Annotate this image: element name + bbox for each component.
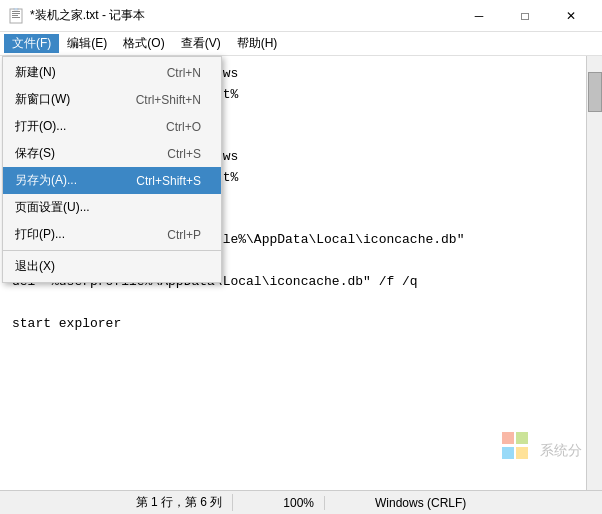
window-title: *装机之家.txt - 记事本 (30, 7, 145, 24)
close-button[interactable]: ✕ (548, 2, 594, 30)
line-ending: Windows (CRLF) (365, 496, 476, 510)
scrollbar-thumb[interactable] (588, 72, 602, 112)
svg-rect-5 (14, 8, 18, 10)
win-tile-green (516, 432, 528, 444)
menu-separator (3, 250, 221, 251)
svg-rect-2 (12, 13, 20, 14)
menu-help[interactable]: 帮助(H) (229, 34, 286, 53)
menu-exit[interactable]: 退出(X) (3, 253, 221, 280)
file-dropdown: 新建(N) Ctrl+N 新窗口(W) Ctrl+Shift+N 打开(O)..… (2, 56, 222, 283)
title-controls: ─ □ ✕ (456, 2, 594, 30)
svg-rect-3 (12, 15, 18, 16)
menu-view[interactable]: 查看(V) (173, 34, 229, 53)
menu-page-setup[interactable]: 页面设置(U)... (3, 194, 221, 221)
menu-format[interactable]: 格式(O) (115, 34, 172, 53)
menu-file[interactable]: 文件(F) (4, 34, 59, 53)
menu-save[interactable]: 保存(S) Ctrl+S (3, 140, 221, 167)
title-bar: *装机之家.txt - 记事本 ─ □ ✕ (0, 0, 602, 32)
watermark: 系统分 (502, 432, 582, 460)
svg-rect-4 (12, 17, 20, 18)
menu-bar: 文件(F) 编辑(E) 格式(O) 查看(V) 帮助(H) 新建(N) Ctrl… (0, 32, 602, 56)
cursor-position: 第 1 行，第 6 列 (126, 494, 234, 511)
win-tile-blue (502, 447, 514, 459)
maximize-button[interactable]: □ (502, 2, 548, 30)
menu-new[interactable]: 新建(N) Ctrl+N (3, 59, 221, 86)
win-tile-red (502, 432, 514, 444)
status-bar: 第 1 行，第 6 列 100% Windows (CRLF) (0, 490, 602, 514)
menu-edit[interactable]: 编辑(E) (59, 34, 115, 53)
notepad-icon (8, 8, 24, 24)
menu-new-window[interactable]: 新窗口(W) Ctrl+Shift+N (3, 86, 221, 113)
menu-open[interactable]: 打开(O)... Ctrl+O (3, 113, 221, 140)
zoom-level: 100% (273, 496, 325, 510)
minimize-button[interactable]: ─ (456, 2, 502, 30)
svg-rect-1 (12, 11, 20, 12)
title-bar-left: *装机之家.txt - 记事本 (8, 7, 145, 24)
menu-print[interactable]: 打印(P)... Ctrl+P (3, 221, 221, 248)
watermark-text: 系统分 (540, 442, 582, 460)
menu-save-as[interactable]: 另存为(A)... Ctrl+Shift+S (3, 167, 221, 194)
vertical-scrollbar[interactable] (586, 56, 602, 490)
win-tile-yellow (516, 447, 528, 459)
windows-logo (502, 432, 530, 460)
